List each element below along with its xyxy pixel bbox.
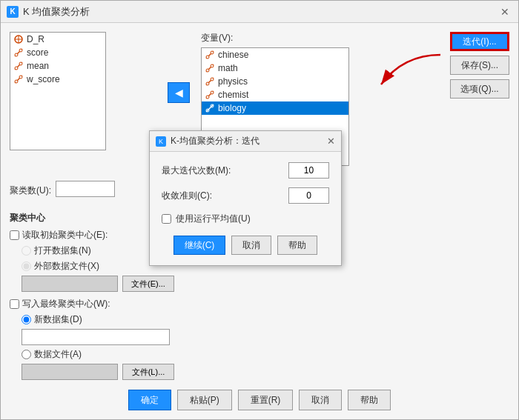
external-file-label: 外部数据文件(X) <box>34 260 99 273</box>
dialog-help-button[interactable]: 帮助 <box>277 236 317 255</box>
write-final-row: 写入最终聚类中心(W): <box>10 298 351 310</box>
var-label: D_R <box>27 34 44 44</box>
new-dataset-input[interactable] <box>22 329 170 345</box>
convergence-row: 收敛准则(C): <box>162 187 329 204</box>
var-label: w_score <box>27 74 60 84</box>
new-dataset-radio[interactable] <box>22 315 31 324</box>
max-iterations-label: 最大迭代次数(M): <box>162 164 231 177</box>
max-iterations-input[interactable] <box>288 162 329 179</box>
list-item[interactable]: math <box>202 61 348 75</box>
write-final-label: 写入最终聚类中心(W): <box>22 298 110 310</box>
svg-point-16 <box>206 69 209 72</box>
svg-point-20 <box>211 78 214 81</box>
dialog-app-icon: K <box>156 136 166 147</box>
dialog-title-left: K K-均值聚类分析：迭代 <box>156 135 260 147</box>
title-bar-left: K K 均值聚类分析 <box>7 5 90 19</box>
dialog-close-button[interactable]: ✕ <box>327 136 335 147</box>
file-button-1[interactable]: 文件(E)... <box>122 276 174 292</box>
svg-point-8 <box>19 62 22 65</box>
dialog-continue-button[interactable]: 继续(C) <box>173 236 226 255</box>
scale-icon <box>205 90 215 100</box>
options-button[interactable]: 选项(Q)... <box>450 79 509 99</box>
annotation-arrow <box>359 51 448 96</box>
variables-label: 变量(V): <box>201 32 349 44</box>
iterate-button[interactable]: 迭代(I)... <box>450 32 509 51</box>
save-button[interactable]: 保存(S)... <box>450 56 509 75</box>
cancel-button[interactable]: 取消 <box>299 390 342 410</box>
var-label: chemist <box>218 90 248 100</box>
paste-button[interactable]: 粘贴(P) <box>177 390 232 410</box>
list-item[interactable]: chemist <box>202 88 348 101</box>
list-item[interactable]: score <box>10 46 105 59</box>
list-item[interactable]: mean <box>10 59 105 73</box>
file-btn1-row: 文件(E)... <box>22 276 351 292</box>
convergence-label: 收敛准则(C): <box>162 190 212 202</box>
scale-icon <box>13 47 24 58</box>
svg-point-11 <box>19 76 22 79</box>
scale-icon <box>205 50 215 60</box>
external-file-radio[interactable] <box>22 261 31 271</box>
help-button[interactable]: 帮助 <box>348 390 391 410</box>
var-label: biology <box>218 103 246 113</box>
source-variable-list[interactable]: D_R score <box>10 32 106 150</box>
svg-line-24 <box>206 104 214 112</box>
var-label: physics <box>218 76 248 87</box>
reset-button[interactable]: 重置(R) <box>238 390 294 410</box>
svg-point-5 <box>19 49 22 52</box>
list-item[interactable]: chinese <box>202 48 348 61</box>
close-button[interactable]: ✕ <box>497 4 512 19</box>
list-item[interactable]: D_R <box>10 33 105 46</box>
file-path-input1[interactable] <box>22 276 118 292</box>
write-final-checkbox[interactable] <box>10 299 19 309</box>
scale-icon <box>205 103 215 113</box>
list-item[interactable]: biology <box>202 101 348 115</box>
data-file-label: 数据文件(A) <box>34 348 82 361</box>
svg-point-23 <box>211 91 214 94</box>
measure-icon <box>13 34 24 44</box>
dialog-title: K-均值聚类分析：迭代 <box>171 135 260 147</box>
running-mean-label: 使用运行平均值(U) <box>176 213 251 225</box>
title-bar: K K 均值聚类分析 ✕ <box>1 1 518 23</box>
bottom-buttons: 确定 粘贴(P) 重置(R) 取消 帮助 <box>1 390 518 410</box>
cluster-count-label: 聚类数(U): <box>10 184 51 197</box>
svg-point-14 <box>211 51 214 54</box>
dialog-cancel-button[interactable]: 取消 <box>231 236 271 255</box>
open-dataset-radio[interactable] <box>22 246 31 256</box>
app-icon: K <box>7 6 19 18</box>
cluster-count-input[interactable] <box>56 181 115 197</box>
svg-point-17 <box>211 64 214 67</box>
svg-point-10 <box>15 80 18 83</box>
running-mean-row: 使用运行平均值(U) <box>162 213 329 225</box>
list-item[interactable]: w_score <box>10 73 105 86</box>
scale-icon <box>13 61 24 71</box>
file-btn2-row: 文件(L)... <box>22 364 351 380</box>
svg-point-19 <box>206 82 209 85</box>
max-iterations-row: 最大迭代次数(M): <box>162 162 329 179</box>
confirm-button[interactable]: 确定 <box>128 390 171 410</box>
svg-point-7 <box>15 67 18 70</box>
list-item[interactable]: physics <box>202 75 348 88</box>
left-panel: D_R score <box>10 32 106 150</box>
convergence-input[interactable] <box>288 187 329 204</box>
svg-point-13 <box>206 56 209 59</box>
read-initial-label: 读取初始聚类中心(E): <box>22 229 108 241</box>
data-file-radio[interactable] <box>22 350 31 359</box>
scale-icon <box>205 76 215 87</box>
scale-icon <box>205 63 215 73</box>
main-window: K K 均值聚类分析 ✕ D_R <box>0 0 519 420</box>
new-dataset-input-row <box>22 329 351 345</box>
file-path-input2[interactable] <box>22 364 118 380</box>
running-mean-checkbox[interactable] <box>162 214 171 224</box>
var-label: score <box>27 47 48 58</box>
cluster-count-section: 聚类数(U): <box>10 179 115 197</box>
transfer-button[interactable]: ◀ <box>168 82 190 103</box>
new-dataset-row: 新数据集(D) <box>22 313 351 326</box>
var-label: mean <box>27 61 49 71</box>
file-button-2[interactable]: 文件(L)... <box>122 364 174 380</box>
dialog-content: 最大迭代次数(M): 收敛准则(C): 使用运行平均值(U) 继续(C) 取消 … <box>150 152 341 265</box>
read-initial-checkbox[interactable] <box>10 230 19 240</box>
open-dataset-label: 打开数据集(N) <box>34 244 91 257</box>
svg-point-22 <box>206 96 209 99</box>
var-label: math <box>218 63 238 73</box>
right-action-buttons: 迭代(I)... 保存(S)... 选项(Q)... <box>450 32 509 99</box>
